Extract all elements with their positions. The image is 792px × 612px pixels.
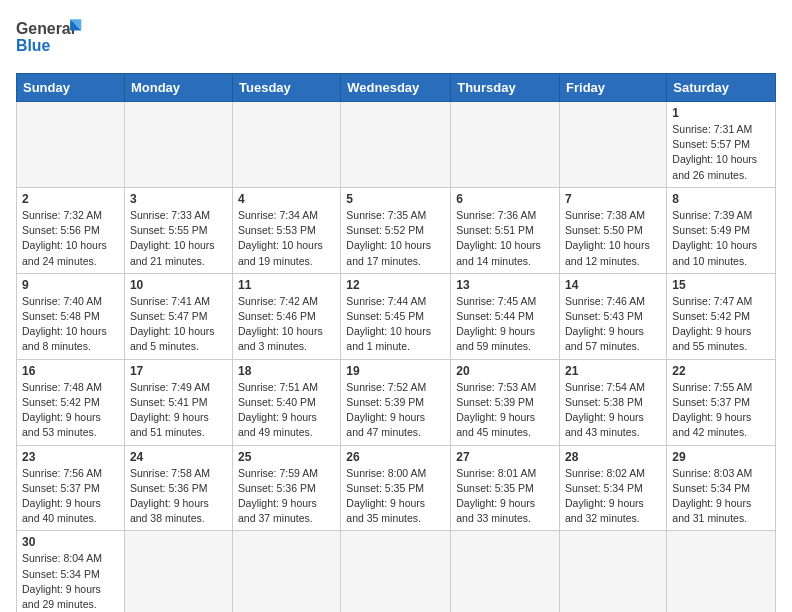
calendar-cell <box>451 102 560 188</box>
day-header-friday: Friday <box>560 74 667 102</box>
day-number: 6 <box>456 192 554 206</box>
calendar-cell <box>451 531 560 612</box>
day-number: 3 <box>130 192 227 206</box>
day-number: 20 <box>456 364 554 378</box>
day-info: Sunrise: 7:53 AM Sunset: 5:39 PM Dayligh… <box>456 380 554 441</box>
calendar-cell: 1Sunrise: 7:31 AM Sunset: 5:57 PM Daylig… <box>667 102 776 188</box>
day-info: Sunrise: 7:59 AM Sunset: 5:36 PM Dayligh… <box>238 466 335 527</box>
day-number: 14 <box>565 278 661 292</box>
day-number: 7 <box>565 192 661 206</box>
calendar-cell: 6Sunrise: 7:36 AM Sunset: 5:51 PM Daylig… <box>451 187 560 273</box>
day-number: 28 <box>565 450 661 464</box>
day-number: 9 <box>22 278 119 292</box>
calendar-cell <box>17 102 125 188</box>
day-number: 19 <box>346 364 445 378</box>
calendar-cell: 27Sunrise: 8:01 AM Sunset: 5:35 PM Dayli… <box>451 445 560 531</box>
calendar-cell <box>560 531 667 612</box>
day-info: Sunrise: 7:36 AM Sunset: 5:51 PM Dayligh… <box>456 208 554 269</box>
day-header-sunday: Sunday <box>17 74 125 102</box>
day-info: Sunrise: 7:45 AM Sunset: 5:44 PM Dayligh… <box>456 294 554 355</box>
day-info: Sunrise: 8:02 AM Sunset: 5:34 PM Dayligh… <box>565 466 661 527</box>
calendar-cell <box>341 102 451 188</box>
calendar-cell <box>667 531 776 612</box>
calendar-cell: 19Sunrise: 7:52 AM Sunset: 5:39 PM Dayli… <box>341 359 451 445</box>
calendar-cell: 8Sunrise: 7:39 AM Sunset: 5:49 PM Daylig… <box>667 187 776 273</box>
calendar-cell: 24Sunrise: 7:58 AM Sunset: 5:36 PM Dayli… <box>124 445 232 531</box>
day-info: Sunrise: 8:01 AM Sunset: 5:35 PM Dayligh… <box>456 466 554 527</box>
calendar-cell: 18Sunrise: 7:51 AM Sunset: 5:40 PM Dayli… <box>233 359 341 445</box>
day-info: Sunrise: 7:52 AM Sunset: 5:39 PM Dayligh… <box>346 380 445 441</box>
day-number: 13 <box>456 278 554 292</box>
day-number: 17 <box>130 364 227 378</box>
svg-text:Blue: Blue <box>16 37 51 54</box>
calendar-cell: 2Sunrise: 7:32 AM Sunset: 5:56 PM Daylig… <box>17 187 125 273</box>
calendar-cell: 7Sunrise: 7:38 AM Sunset: 5:50 PM Daylig… <box>560 187 667 273</box>
day-header-saturday: Saturday <box>667 74 776 102</box>
calendar-cell: 22Sunrise: 7:55 AM Sunset: 5:37 PM Dayli… <box>667 359 776 445</box>
calendar-cell: 12Sunrise: 7:44 AM Sunset: 5:45 PM Dayli… <box>341 273 451 359</box>
day-info: Sunrise: 7:42 AM Sunset: 5:46 PM Dayligh… <box>238 294 335 355</box>
day-info: Sunrise: 7:33 AM Sunset: 5:55 PM Dayligh… <box>130 208 227 269</box>
day-info: Sunrise: 7:41 AM Sunset: 5:47 PM Dayligh… <box>130 294 227 355</box>
day-number: 16 <box>22 364 119 378</box>
calendar-cell: 16Sunrise: 7:48 AM Sunset: 5:42 PM Dayli… <box>17 359 125 445</box>
day-number: 26 <box>346 450 445 464</box>
calendar-table: SundayMondayTuesdayWednesdayThursdayFrid… <box>16 73 776 612</box>
calendar-week-3: 9Sunrise: 7:40 AM Sunset: 5:48 PM Daylig… <box>17 273 776 359</box>
day-info: Sunrise: 7:38 AM Sunset: 5:50 PM Dayligh… <box>565 208 661 269</box>
day-info: Sunrise: 7:44 AM Sunset: 5:45 PM Dayligh… <box>346 294 445 355</box>
calendar-cell: 13Sunrise: 7:45 AM Sunset: 5:44 PM Dayli… <box>451 273 560 359</box>
day-info: Sunrise: 7:32 AM Sunset: 5:56 PM Dayligh… <box>22 208 119 269</box>
calendar-cell: 4Sunrise: 7:34 AM Sunset: 5:53 PM Daylig… <box>233 187 341 273</box>
day-info: Sunrise: 7:55 AM Sunset: 5:37 PM Dayligh… <box>672 380 770 441</box>
day-info: Sunrise: 7:51 AM Sunset: 5:40 PM Dayligh… <box>238 380 335 441</box>
day-number: 10 <box>130 278 227 292</box>
day-info: Sunrise: 7:34 AM Sunset: 5:53 PM Dayligh… <box>238 208 335 269</box>
calendar-cell: 21Sunrise: 7:54 AM Sunset: 5:38 PM Dayli… <box>560 359 667 445</box>
day-info: Sunrise: 8:03 AM Sunset: 5:34 PM Dayligh… <box>672 466 770 527</box>
day-number: 11 <box>238 278 335 292</box>
day-header-wednesday: Wednesday <box>341 74 451 102</box>
calendar-cell: 28Sunrise: 8:02 AM Sunset: 5:34 PM Dayli… <box>560 445 667 531</box>
day-header-tuesday: Tuesday <box>233 74 341 102</box>
calendar-week-4: 16Sunrise: 7:48 AM Sunset: 5:42 PM Dayli… <box>17 359 776 445</box>
calendar-week-5: 23Sunrise: 7:56 AM Sunset: 5:37 PM Dayli… <box>17 445 776 531</box>
calendar-cell <box>124 102 232 188</box>
calendar-cell: 25Sunrise: 7:59 AM Sunset: 5:36 PM Dayli… <box>233 445 341 531</box>
day-number: 18 <box>238 364 335 378</box>
day-info: Sunrise: 7:49 AM Sunset: 5:41 PM Dayligh… <box>130 380 227 441</box>
day-number: 15 <box>672 278 770 292</box>
calendar-cell <box>233 102 341 188</box>
calendar-cell: 30Sunrise: 8:04 AM Sunset: 5:34 PM Dayli… <box>17 531 125 612</box>
day-info: Sunrise: 7:40 AM Sunset: 5:48 PM Dayligh… <box>22 294 119 355</box>
logo-icon: General Blue <box>16 16 86 61</box>
calendar-cell: 17Sunrise: 7:49 AM Sunset: 5:41 PM Dayli… <box>124 359 232 445</box>
day-info: Sunrise: 7:31 AM Sunset: 5:57 PM Dayligh… <box>672 122 770 183</box>
calendar-cell: 15Sunrise: 7:47 AM Sunset: 5:42 PM Dayli… <box>667 273 776 359</box>
day-number: 12 <box>346 278 445 292</box>
day-info: Sunrise: 7:56 AM Sunset: 5:37 PM Dayligh… <box>22 466 119 527</box>
day-number: 25 <box>238 450 335 464</box>
calendar-cell: 3Sunrise: 7:33 AM Sunset: 5:55 PM Daylig… <box>124 187 232 273</box>
svg-text:General: General <box>16 20 75 37</box>
calendar-week-2: 2Sunrise: 7:32 AM Sunset: 5:56 PM Daylig… <box>17 187 776 273</box>
day-number: 27 <box>456 450 554 464</box>
calendar-cell: 23Sunrise: 7:56 AM Sunset: 5:37 PM Dayli… <box>17 445 125 531</box>
calendar-header-row: SundayMondayTuesdayWednesdayThursdayFrid… <box>17 74 776 102</box>
calendar-cell: 14Sunrise: 7:46 AM Sunset: 5:43 PM Dayli… <box>560 273 667 359</box>
calendar-cell <box>124 531 232 612</box>
calendar-cell <box>341 531 451 612</box>
day-info: Sunrise: 7:54 AM Sunset: 5:38 PM Dayligh… <box>565 380 661 441</box>
day-number: 21 <box>565 364 661 378</box>
day-info: Sunrise: 7:39 AM Sunset: 5:49 PM Dayligh… <box>672 208 770 269</box>
calendar-cell: 20Sunrise: 7:53 AM Sunset: 5:39 PM Dayli… <box>451 359 560 445</box>
calendar-cell <box>233 531 341 612</box>
calendar-cell: 5Sunrise: 7:35 AM Sunset: 5:52 PM Daylig… <box>341 187 451 273</box>
day-number: 22 <box>672 364 770 378</box>
day-info: Sunrise: 8:00 AM Sunset: 5:35 PM Dayligh… <box>346 466 445 527</box>
day-number: 4 <box>238 192 335 206</box>
day-info: Sunrise: 7:35 AM Sunset: 5:52 PM Dayligh… <box>346 208 445 269</box>
page-header: General Blue <box>16 16 776 61</box>
day-header-monday: Monday <box>124 74 232 102</box>
day-number: 24 <box>130 450 227 464</box>
